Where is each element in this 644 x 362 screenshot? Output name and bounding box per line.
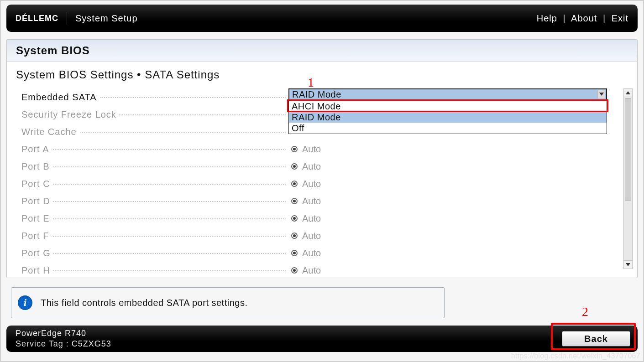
port-e-value[interactable]: Auto [302, 213, 321, 224]
radio-selected-icon [291, 198, 298, 204]
service-tag-label: Service Tag : [16, 339, 69, 348]
chevron-down-icon[interactable] [597, 90, 605, 98]
port-d-label: Port D [21, 196, 53, 207]
topbar: DÉLLEMC System Setup Help | About | Exit [6, 5, 638, 32]
annotation-number-2: 2 [582, 305, 588, 319]
radio-selected-icon [291, 181, 298, 187]
setting-row-port-b: Port B Auto [21, 158, 621, 175]
brand-logo: DÉLLEMC [16, 14, 58, 23]
help-link[interactable]: Help [537, 13, 557, 23]
scrollbar-down-button[interactable] [624, 260, 632, 269]
radio-selected-icon [291, 250, 298, 256]
card-title: System BIOS [7, 40, 637, 62]
topbar-links: Help | About | Exit [537, 13, 628, 24]
security-freeze-lock-label: Security Freeze Lock [21, 109, 119, 120]
info-icon: i [18, 295, 32, 310]
port-d-value[interactable]: Auto [302, 196, 321, 207]
radio-selected-icon [291, 267, 298, 274]
dropdown-option-off[interactable]: Off [289, 123, 607, 134]
chevron-down-icon [626, 263, 630, 267]
scrollbar-thumb[interactable] [625, 98, 631, 201]
device-info: PowerEdge R740 Service Tag : C5ZXG53 [16, 328, 111, 350]
setting-row-port-e: Port E Auto [21, 210, 621, 227]
port-f-value[interactable]: Auto [302, 231, 321, 241]
write-cache-label: Write Cache [21, 127, 79, 137]
port-b-label: Port B [21, 161, 52, 172]
embedded-sata-dropdown[interactable]: RAID Mode AHCI Mode RAID Mode Off [288, 88, 607, 134]
port-g-label: Port G [21, 248, 53, 259]
dropdown-option-ahci[interactable]: AHCI Mode [289, 101, 607, 112]
radio-selected-icon [291, 215, 298, 222]
radio-selected-icon [291, 233, 298, 239]
brand-divider [67, 12, 67, 25]
radio-selected-icon [291, 146, 298, 152]
svg-marker-1 [626, 91, 630, 94]
port-b-value[interactable]: Auto [302, 161, 321, 172]
about-link[interactable]: About [571, 13, 597, 23]
bios-setup-window: DÉLLEMC System Setup Help | About | Exit… [0, 0, 644, 362]
watermark: https://blog.csdn.net/weixin_43707067 [511, 352, 640, 360]
port-a-label: Port A [21, 144, 52, 155]
setting-row-port-c: Port C Auto [21, 175, 621, 192]
setting-row-port-f: Port F Auto [21, 227, 621, 244]
info-text: This field controls embedded SATA port s… [41, 298, 247, 308]
port-h-value[interactable]: Auto [302, 265, 321, 276]
setting-row-port-a: Port A Auto [21, 140, 621, 158]
embedded-sata-label: Embedded SATA [21, 92, 99, 103]
exit-link[interactable]: Exit [612, 13, 628, 23]
bottombar: PowerEdge R740 Service Tag : C5ZXG53 Bac… [6, 326, 638, 352]
topbar-title: System Setup [75, 13, 138, 24]
scrollbar-up-button[interactable] [624, 89, 632, 97]
info-box: i This field controls embedded SATA port… [11, 287, 445, 318]
port-c-value[interactable]: Auto [302, 179, 321, 189]
svg-marker-0 [599, 93, 604, 96]
service-tag-value: C5ZXG53 [72, 339, 111, 348]
chevron-up-icon [626, 91, 630, 95]
port-c-label: Port C [21, 179, 53, 189]
back-button[interactable]: Back [562, 331, 630, 346]
radio-selected-icon [291, 163, 298, 170]
device-model: PowerEdge R740 [16, 328, 111, 339]
setting-row-port-h: Port H Auto [21, 262, 621, 279]
port-h-label: Port H [21, 265, 53, 276]
dropdown-list: AHCI Mode RAID Mode Off [288, 100, 607, 134]
content-card: System BIOS System BIOS Settings • SATA … [6, 39, 638, 278]
scrollbar[interactable] [623, 88, 633, 269]
settings-area: Embedded SATA Security Freeze Lock Write… [7, 83, 637, 274]
dropdown-option-raid[interactable]: RAID Mode [289, 112, 607, 123]
svg-marker-2 [626, 263, 630, 266]
port-a-value[interactable]: Auto [302, 144, 321, 155]
port-f-label: Port F [21, 231, 52, 241]
separator: | [603, 13, 606, 23]
port-e-label: Port E [21, 213, 52, 224]
setting-row-port-g: Port G Auto [21, 244, 621, 262]
breadcrumb: System BIOS Settings • SATA Settings [7, 62, 637, 83]
separator: | [563, 13, 565, 23]
dropdown-selected-value: RAID Mode [292, 89, 341, 100]
setting-row-port-d: Port D Auto [21, 192, 621, 210]
port-g-value[interactable]: Auto [302, 248, 321, 259]
dropdown-selected[interactable]: RAID Mode [288, 88, 607, 100]
